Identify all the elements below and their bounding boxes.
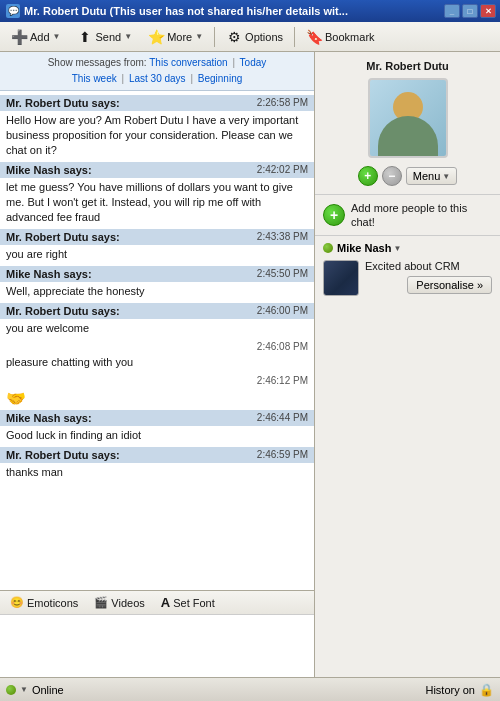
bookmark-icon: 🔖 xyxy=(306,29,322,45)
contact-avatar xyxy=(368,78,448,158)
send-button[interactable]: ⬆ Send ▼ xyxy=(70,25,140,49)
mike-nash-section: Mike Nash ▼ Excited about CRM Personalis… xyxy=(315,236,500,677)
message-sender: Mike Nash says: xyxy=(6,268,92,280)
personalise-section: Personalise » xyxy=(365,276,492,294)
input-area: 😊 Emoticons 🎬 Videos A Set Font xyxy=(0,590,314,677)
window-title: Mr. Robert Dutu (This user has not share… xyxy=(24,5,348,17)
mike-name-dropdown[interactable]: Mike Nash ▼ xyxy=(337,242,401,254)
remove-contact-button[interactable]: − xyxy=(382,166,402,186)
title-bar: 💬 Mr. Robert Dutu (This user has not sha… xyxy=(0,0,500,22)
time-separator: 2:46:12 PM xyxy=(0,374,314,387)
message-header: Mike Nash says:2:46:44 PM xyxy=(0,410,314,426)
online-status-dot xyxy=(6,685,16,695)
personalise-button[interactable]: Personalise » xyxy=(407,276,492,294)
this-week-link[interactable]: This week xyxy=(72,73,117,84)
input-toolbar: 😊 Emoticons 🎬 Videos A Set Font xyxy=(0,591,314,615)
more-icon: ⭐ xyxy=(148,29,164,45)
message-header: Mr. Robert Dutu says:2:46:00 PM xyxy=(0,303,314,319)
message-sender: Mike Nash says: xyxy=(6,412,92,424)
main-toolbar: ➕ Add ▼ ⬆ Send ▼ ⭐ More ▼ ⚙ Options 🔖 Bo… xyxy=(0,22,500,52)
show-messages-prefix: Show messages from: xyxy=(48,57,147,68)
font-icon: A xyxy=(161,595,170,610)
message-header: Mr. Robert Dutu says:2:26:58 PM xyxy=(0,95,314,111)
add-dropdown-arrow: ▼ xyxy=(53,32,61,41)
send-icon: ⬆ xyxy=(77,29,93,45)
app-icon: 💬 xyxy=(6,4,20,18)
message-time: 2:26:58 PM xyxy=(257,97,308,109)
message-header: Mike Nash says:2:45:50 PM xyxy=(0,266,314,282)
message-sender: Mr. Robert Dutu says: xyxy=(6,97,120,109)
menu-dropdown-arrow: ▼ xyxy=(442,172,450,181)
set-font-button[interactable]: A Set Font xyxy=(155,592,221,613)
toolbar-separator xyxy=(214,27,215,47)
message-body: you are welcome xyxy=(0,319,314,340)
message-header: Mr. Robert Dutu says:2:46:59 PM xyxy=(0,447,314,463)
mike-header: Mike Nash ▼ xyxy=(323,242,492,254)
time-separator: 2:46:08 PM xyxy=(0,340,314,353)
maximize-button[interactable]: □ xyxy=(462,4,478,18)
mike-avatar-inner xyxy=(324,261,358,295)
message-body: let me guess? You have millions of dolla… xyxy=(0,178,314,229)
videos-button[interactable]: 🎬 Videos xyxy=(88,593,150,612)
message-header: Mike Nash says:2:42:02 PM xyxy=(0,162,314,178)
add-people-icon[interactable]: + xyxy=(323,204,345,226)
beginning-link[interactable]: Beginning xyxy=(198,73,242,84)
add-button[interactable]: ➕ Add ▼ xyxy=(4,25,68,49)
message-sender: Mr. Robert Dutu says: xyxy=(6,231,120,243)
mike-status-text: Excited about CRM xyxy=(365,260,492,272)
add-people-section: + Add more people to this chat! xyxy=(315,195,500,236)
contact-menu-button[interactable]: Menu ▼ xyxy=(406,167,457,185)
bookmark-button[interactable]: 🔖 Bookmark xyxy=(299,25,382,49)
message-body: pleasure chatting with you xyxy=(0,353,314,374)
message-input[interactable] xyxy=(0,615,314,675)
message-time: 2:43:38 PM xyxy=(257,231,308,243)
message-time: 2:46:59 PM xyxy=(257,449,308,461)
send-dropdown-arrow: ▼ xyxy=(124,32,132,41)
online-label: Online xyxy=(32,684,64,696)
contact-actions: + − Menu ▼ xyxy=(358,166,457,186)
message-body: Hello How are you? Am Robert Dutu I have… xyxy=(0,111,314,162)
message-sender: Mr. Robert Dutu says: xyxy=(6,305,120,317)
contact-card: Mr. Robert Dutu + − Menu ▼ xyxy=(315,52,500,195)
status-right: History on 🔒 xyxy=(425,683,494,697)
mike-dropdown-arrow: ▼ xyxy=(393,244,401,253)
status-bar: ▼ Online History on 🔒 xyxy=(0,677,500,701)
videos-icon: 🎬 xyxy=(94,596,108,609)
mike-chat-preview: Excited about CRM Personalise » xyxy=(323,260,492,296)
this-conversation-link[interactable]: This conversation xyxy=(149,57,227,68)
right-panel: Mr. Robert Dutu + − Menu ▼ + Add more pe… xyxy=(315,52,500,677)
show-messages-bar: Show messages from: This conversation | … xyxy=(0,52,314,91)
minimize-button[interactable]: _ xyxy=(444,4,460,18)
mike-status-dot xyxy=(323,243,333,253)
emoticons-button[interactable]: 😊 Emoticons xyxy=(4,593,84,612)
add-icon: ➕ xyxy=(11,29,27,45)
close-button[interactable]: ✕ xyxy=(480,4,496,18)
message-body: Well, appreciate the honesty xyxy=(0,282,314,303)
chat-area[interactable]: Mr. Robert Dutu says:2:26:58 PMHello How… xyxy=(0,91,314,590)
message-time: 2:45:50 PM xyxy=(257,268,308,280)
contact-name: Mr. Robert Dutu xyxy=(366,60,449,72)
emoticons-icon: 😊 xyxy=(10,596,24,609)
options-button[interactable]: ⚙ Options xyxy=(219,25,290,49)
mike-avatar xyxy=(323,260,359,296)
status-left: ▼ Online xyxy=(6,684,64,696)
message-time: 2:46:44 PM xyxy=(257,412,308,424)
message-time: 2:42:02 PM xyxy=(257,164,308,176)
add-people-text: Add more people to this chat! xyxy=(351,201,492,229)
message-header: Mr. Robert Dutu says:2:43:38 PM xyxy=(0,229,314,245)
message-body: you are right xyxy=(0,245,314,266)
avatar-body xyxy=(378,116,438,156)
more-button[interactable]: ⭐ More ▼ xyxy=(141,25,210,49)
history-label: History on xyxy=(425,684,475,696)
message-sender: Mike Nash says: xyxy=(6,164,92,176)
message-body: thanks man xyxy=(0,463,314,484)
message-sender: Mr. Robert Dutu says: xyxy=(6,449,120,461)
more-dropdown-arrow: ▼ xyxy=(195,32,203,41)
today-link[interactable]: Today xyxy=(240,57,267,68)
message-time: 2:46:00 PM xyxy=(257,305,308,317)
last-30-days-link[interactable]: Last 30 days xyxy=(129,73,186,84)
options-icon: ⚙ xyxy=(226,29,242,45)
add-contact-button[interactable]: + xyxy=(358,166,378,186)
lock-icon: 🔒 xyxy=(479,683,494,697)
left-panel: Show messages from: This conversation | … xyxy=(0,52,315,677)
